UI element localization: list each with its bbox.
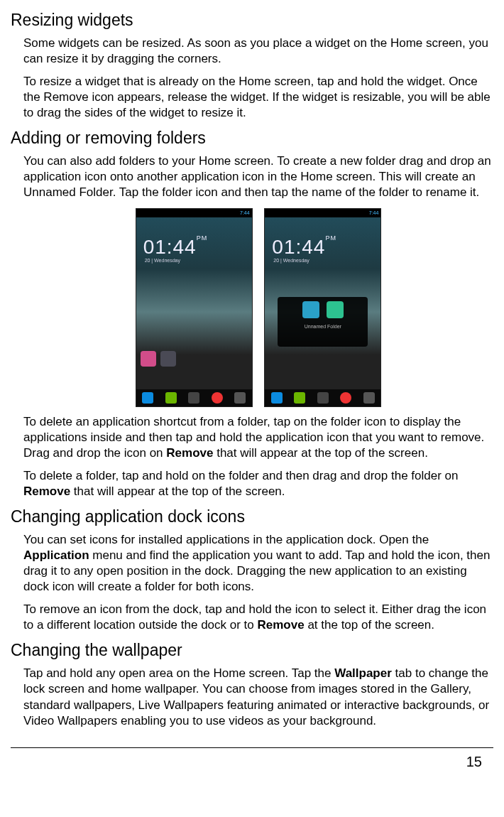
dock-messages-icon (165, 392, 177, 404)
para-resizing-2: To resize a widget that is already on th… (23, 74, 493, 121)
clock-date: 20 | Wednesday (273, 257, 309, 264)
app-icon-gallery (141, 351, 156, 367)
dock-phone-icon (142, 392, 153, 404)
para-folders-1: You can also add folders to your Home sc… (23, 153, 493, 200)
heading-changing-dock-icons: Changing application dock icons (11, 507, 493, 528)
figure-home-screens: 7:44 01:44PM 20 | Wednesday 7:44 01:44PM… (23, 208, 493, 407)
dock-camera-icon (363, 392, 375, 404)
heading-adding-removing-folders: Adding or removing folders (11, 128, 493, 149)
para-wallpaper-1: Tap and hold any open area on the Home s… (23, 666, 493, 728)
heading-changing-wallpaper: Changing the wallpaper (11, 640, 493, 661)
folder-app-icon (327, 301, 344, 318)
dock-apps-icon (317, 392, 329, 404)
para-folders-3: To delete a folder, tap and hold on the … (23, 468, 493, 499)
dock-apps-icon (188, 392, 199, 404)
dock-bar (265, 389, 380, 406)
dock-phone-icon (271, 392, 283, 404)
screenshot-home-1: 7:44 01:44PM 20 | Wednesday (136, 208, 253, 407)
heading-resizing-widgets: Resizing widgets (11, 10, 493, 31)
clock-date: 20 | Wednesday (145, 257, 180, 264)
folder-app-icon (302, 301, 319, 318)
clock-widget: 01:44PM (143, 234, 208, 260)
clock-widget: 01:44PM (272, 234, 336, 260)
dock-bar (136, 389, 252, 406)
para-folders-2: To delete an application shortcut from a… (23, 414, 493, 461)
folder-popup: Unnamed Folder (278, 297, 368, 347)
screenshot-home-2: 7:44 01:44PM 20 | Wednesday Unnamed Fold… (264, 208, 381, 407)
dock-messages-icon (294, 392, 305, 404)
status-bar: 7:44 (265, 209, 380, 217)
footer-divider (11, 747, 493, 748)
para-resizing-1: Some widgets can be resized. As soon as … (23, 36, 493, 67)
para-dock-1: You can set icons for installed applicat… (23, 532, 493, 595)
page-number: 15 (11, 752, 493, 771)
app-icon-generic (160, 351, 176, 367)
dock-chrome-icon (212, 392, 223, 404)
status-bar: 7:44 (136, 209, 252, 217)
dock-camera-icon (234, 392, 246, 404)
folder-name-label: Unnamed Folder (280, 323, 365, 330)
para-dock-2: To remove an icon from the dock, tap and… (23, 602, 493, 633)
dock-chrome-icon (340, 392, 351, 404)
